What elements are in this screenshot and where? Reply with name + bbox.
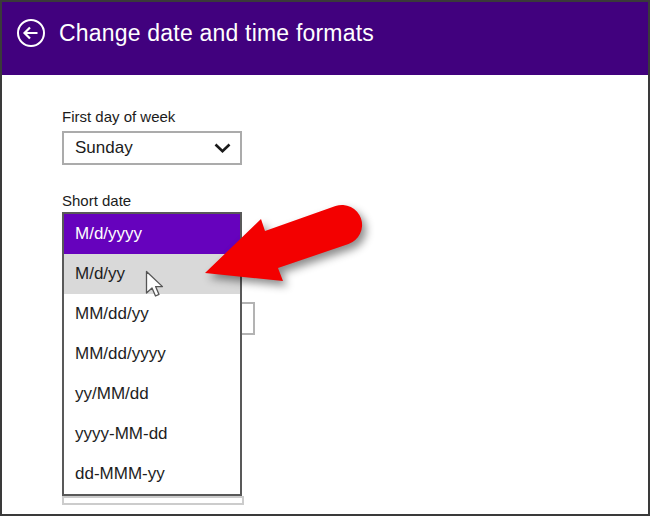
chevron-down-icon (214, 143, 231, 154)
dropdown-option[interactable]: yyyy-MM-dd (64, 414, 240, 454)
dropdown-option[interactable]: yy/MM/dd (64, 374, 240, 414)
first-day-of-week-select[interactable]: Sunday (62, 131, 242, 165)
red-arrow-annotation (195, 195, 377, 313)
short-date-label: Short date (62, 192, 131, 209)
first-day-of-week-label: First day of week (62, 108, 175, 125)
back-arrow-icon (16, 18, 46, 48)
dropdown-option[interactable]: MM/dd/yyyy (64, 334, 240, 374)
page-title: Change date and time formats (59, 20, 374, 47)
first-day-of-week-value: Sunday (75, 138, 214, 158)
dropdown-option[interactable]: dd-MMM-yy (64, 454, 240, 494)
mouse-cursor-icon (145, 270, 166, 303)
settings-window: Change date and time formats First day o… (0, 0, 650, 516)
page-header: Change date and time formats (2, 2, 648, 75)
back-button[interactable] (16, 18, 46, 48)
short-time-select-fragment[interactable] (62, 496, 244, 505)
